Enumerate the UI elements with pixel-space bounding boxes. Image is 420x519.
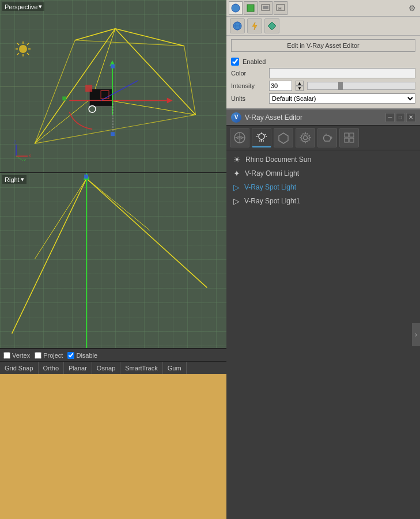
planar-btn[interactable]: Planar — [64, 362, 92, 374]
enabled-row: Enabled — [231, 58, 415, 66]
smart-track-btn[interactable]: SmartTrack — [120, 362, 162, 374]
enabled-label: Enabled — [243, 58, 266, 65]
svg-rect-19 — [111, 65, 115, 69]
asset-editor: V V-Ray Asset Editor ─ □ ✕ — [226, 109, 420, 519]
project-check-input[interactable] — [35, 352, 41, 359]
ae-settings-btn[interactable] — [296, 128, 315, 147]
props-sphere-icon[interactable] — [230, 18, 245, 33]
svg-rect-89 — [345, 133, 349, 137]
ae-toolbar — [226, 126, 420, 150]
ae-render-btn[interactable] — [317, 128, 337, 147]
edit-asset-button[interactable]: Edit in V-Ray Asset Editor — [231, 39, 415, 52]
axes-indicator: Z X Y — [12, 138, 35, 161]
ae-item-omni-label: V-Ray Omni Light — [245, 169, 299, 177]
units-select[interactable]: Default (Scalar) — [269, 93, 415, 104]
right-label-text: Right — [5, 176, 20, 183]
ae-output-btn[interactable] — [339, 128, 359, 147]
props-tab-p[interactable] — [229, 1, 243, 15]
perspective-label-text: Perspective — [5, 3, 37, 10]
ae-maximize-btn[interactable]: □ — [396, 113, 405, 122]
ae-sun-icon: ☀ — [233, 155, 241, 164]
ae-geometry-btn[interactable] — [274, 128, 293, 147]
svg-point-28 — [19, 45, 27, 53]
viewport-perspective[interactable]: Z X Y Perspective ▾ — [0, 0, 226, 173]
intensity-label: Intensity — [231, 82, 266, 89]
svg-rect-20 — [62, 96, 66, 100]
ae-collapse-btn[interactable]: › — [412, 323, 420, 346]
svg-marker-86 — [279, 133, 288, 143]
intensity-slider[interactable] — [307, 82, 415, 90]
viewport-right[interactable]: Z Y Right ▾ — [0, 173, 226, 348]
svg-point-77 — [259, 134, 264, 139]
viewport-bottom[interactable] — [0, 374, 226, 519]
props-tab-l[interactable] — [244, 1, 258, 15]
perspective-label[interactable]: Perspective ▾ — [2, 2, 44, 11]
props-form: Enabled Color Intensity 30 ▲ ▼ — [226, 55, 420, 108]
svg-rect-18 — [111, 132, 115, 136]
intensity-row: Intensity 30 ▲ ▼ — [231, 81, 415, 91]
vertex-check-input[interactable] — [3, 352, 10, 359]
svg-text:H: H — [278, 6, 282, 11]
props-tab-h[interactable]: H — [274, 1, 287, 15]
svg-line-4 — [115, 29, 184, 46]
props-diamond-icon[interactable] — [264, 18, 279, 33]
vertex-label: Vertex — [12, 352, 30, 359]
svg-rect-15 — [85, 85, 92, 92]
ae-item-rhino-sun-label: Rhino Document Sun — [245, 156, 311, 164]
ae-omni-icon: ✦ — [233, 169, 240, 178]
svg-line-3 — [75, 29, 115, 40]
intensity-down-btn[interactable]: ▼ — [296, 86, 304, 91]
project-checkbox[interactable]: Project — [35, 352, 63, 359]
ae-title: V-Ray Asset Editor — [245, 113, 384, 122]
disable-label: Disable — [76, 352, 97, 359]
disable-checkbox[interactable]: Disable — [67, 352, 97, 359]
grid-snap-btn[interactable]: Grid Snap — [0, 362, 39, 374]
gum-btn[interactable]: Gum — [163, 362, 187, 374]
ae-item-spot1-label: V-Ray Spot Light1 — [244, 197, 300, 205]
svg-line-39 — [35, 179, 86, 259]
ae-item-spot-light1[interactable]: ▷ V-Ray Spot Light1 — [226, 194, 420, 208]
sun-icon — [14, 40, 32, 58]
svg-line-2 — [115, 29, 196, 115]
osnap-btn[interactable]: Osnap — [92, 362, 120, 374]
right-label[interactable]: Right ▾ — [2, 175, 27, 184]
intensity-up-btn[interactable]: ▲ — [296, 81, 304, 86]
svg-text:X: X — [29, 154, 32, 158]
ortho-btn[interactable]: Ortho — [39, 362, 65, 374]
vertex-checkbox[interactable]: Vertex — [3, 352, 30, 359]
svg-rect-64 — [247, 5, 254, 12]
ae-titlebar: V V-Ray Asset Editor ─ □ ✕ — [226, 109, 420, 126]
svg-line-82 — [258, 134, 259, 135]
intensity-input[interactable]: 30 — [269, 81, 292, 91]
svg-line-34 — [27, 53, 29, 55]
svg-marker-8 — [35, 40, 195, 143]
vray-properties-panel: H ⚙ — [226, 0, 420, 109]
props-bolt-icon[interactable] — [247, 18, 262, 33]
svg-point-87 — [304, 136, 308, 140]
color-swatch[interactable] — [269, 68, 415, 78]
perspective-dropdown-arrow: ▾ — [39, 3, 42, 10]
ae-item-omni-light[interactable]: ✦ V-Ray Omni Light — [226, 166, 420, 180]
ae-item-spot-label: V-Ray Spot Light — [244, 183, 296, 191]
ae-content-area: ☀ Rhino Document Sun ✦ V-Ray Omni Light … — [226, 150, 420, 519]
ae-close-btn[interactable]: ✕ — [406, 113, 415, 122]
ae-minimize-btn[interactable]: ─ — [385, 113, 395, 122]
props-tab-di[interactable] — [259, 1, 273, 15]
svg-rect-66 — [263, 6, 268, 9]
disable-check-input[interactable] — [67, 352, 74, 359]
ae-item-rhino-sun[interactable]: ☀ Rhino Document Sun — [226, 153, 420, 166]
ae-spot-icon: ▷ — [233, 183, 240, 192]
units-label: Units — [231, 95, 266, 102]
ae-asset-list: ☀ Rhino Document Sun ✦ V-Ray Omni Light … — [226, 150, 420, 519]
props-icons-row — [226, 17, 420, 36]
right-dropdown-arrow: ▾ — [21, 176, 24, 183]
project-label: Project — [43, 352, 63, 359]
ae-light-btn[interactable] — [252, 128, 271, 147]
status-bar: Vertex Project Disable — [0, 348, 226, 361]
svg-line-33 — [17, 43, 19, 45]
ae-world-btn[interactable] — [230, 128, 249, 147]
props-toolbar: H ⚙ — [226, 0, 420, 17]
ae-item-spot-light[interactable]: ▷ V-Ray Spot Light — [226, 180, 420, 194]
enabled-checkbox[interactable] — [231, 58, 239, 66]
props-gear-icon[interactable]: ⚙ — [406, 2, 418, 14]
